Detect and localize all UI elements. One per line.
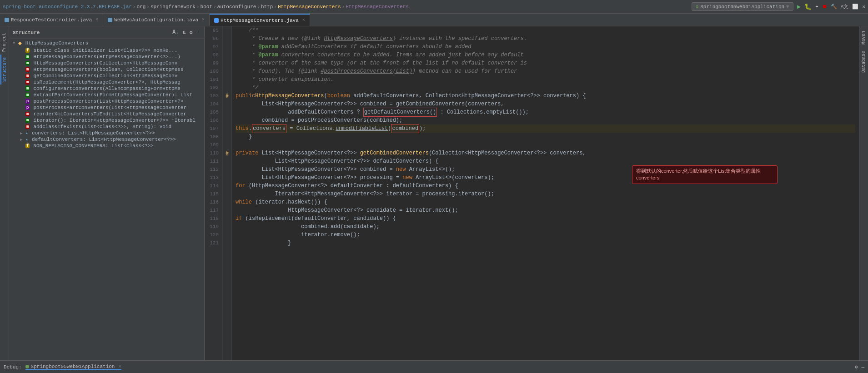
code-line-115: Iterator<HttpMessageConverter<?>> iterat… bbox=[236, 190, 855, 198]
maximize-button[interactable]: ⬜ bbox=[852, 4, 858, 10]
line-number-95: 95 bbox=[206, 26, 219, 35]
code-line-114: for (HttpMessageConverter<?> defaultConv… bbox=[236, 182, 855, 190]
tab-close-httpmessage[interactable]: × bbox=[302, 18, 305, 23]
gutter-marker-103: @ bbox=[226, 94, 228, 99]
code-line-117: HttpMessageConverter<?> candidate = iter… bbox=[236, 206, 855, 214]
bottom-right: ⚙ — bbox=[855, 364, 864, 370]
breadcrumb-sep-1: › bbox=[146, 4, 150, 10]
breadcrumb-autoconfigure[interactable]: autoconfigure bbox=[217, 4, 256, 10]
breadcrumb-class1[interactable]: HttpMessageConverters bbox=[278, 4, 341, 10]
sidebar-tree-item-7[interactable]: mconfigurePartConverters(AllEncompassing… bbox=[9, 85, 204, 92]
tab-responce-controller[interactable]: ResponceTestController.java × bbox=[0, 14, 103, 26]
tab-close-webmvc[interactable]: × bbox=[202, 17, 205, 22]
code-line-109 bbox=[236, 141, 855, 149]
debug-button[interactable]: 🐛 bbox=[804, 3, 812, 10]
sidebar-tree-item-6[interactable]: misReplacement(HttpMessageConverter<?>, … bbox=[9, 79, 204, 85]
sidebar-tree-item-11[interactable]: mreorderXmlConvertersToEnd(List<HttpMess… bbox=[9, 111, 204, 117]
tab-httpmessage[interactable]: HttpMessageConverters.java × bbox=[210, 14, 310, 26]
code-line-95: /** bbox=[236, 26, 855, 35]
bottom-bar: Debug: Springboot05Web01Application × ⚙ … bbox=[0, 360, 868, 373]
run-button[interactable]: ▶ bbox=[797, 3, 801, 10]
line-number-102: 102 bbox=[206, 84, 219, 92]
breadcrumb-org[interactable]: org bbox=[136, 4, 146, 10]
run-config[interactable]: ⚙ Springboot05Web01Application ▼ bbox=[692, 2, 793, 11]
sidebar-tree-item-15[interactable]: ▶▸defaultConverters: List<HttpMessageCon… bbox=[9, 136, 204, 143]
close-button[interactable]: ✕ bbox=[862, 4, 865, 10]
code-editor: 9596979899100101102103104105106107108109… bbox=[205, 26, 859, 360]
breadcrumb-sep-3: › bbox=[213, 4, 216, 10]
bottom-expand[interactable]: — bbox=[861, 364, 864, 370]
line-numbers: 9596979899100101102103104105106107108109… bbox=[205, 26, 223, 360]
sidebar-tool-sort-type[interactable]: ⇅ bbox=[181, 28, 186, 37]
tab-close-responce[interactable]: × bbox=[95, 17, 98, 22]
sidebar-tool-settings[interactable]: ⚙ bbox=[189, 28, 194, 37]
sidebar-tool-minimize[interactable]: — bbox=[196, 28, 201, 37]
line-number-110: 110 bbox=[206, 149, 219, 157]
code-line-110: private List<HttpMessageConverter<?>> ge… bbox=[236, 149, 855, 157]
sidebar-tool-sort-alpha[interactable]: A↓ bbox=[171, 28, 180, 37]
breadcrumb-boot[interactable]: boot bbox=[201, 4, 212, 10]
sidebar-tree: ▼◆HttpMessageConvertersfstatic class ini… bbox=[9, 39, 204, 149]
sidebar-tree-item-3[interactable]: mHttpMessageConverters(Collection<HttpMe… bbox=[9, 60, 204, 66]
coverage-button[interactable]: ☂ bbox=[815, 4, 818, 10]
sidebar-tree-item-13[interactable]: maddClassIfExists(List<Class<?>>, String… bbox=[9, 124, 204, 130]
build-button[interactable]: 🔨 bbox=[831, 4, 837, 10]
sidebar-tree-item-8[interactable]: mextractPartConverters(FormHttpMessageCo… bbox=[9, 92, 204, 98]
line-number-106: 106 bbox=[206, 116, 219, 124]
code-line-121: } bbox=[236, 239, 855, 247]
left-tab-project[interactable]: Project bbox=[1, 30, 8, 55]
run-config-dropdown[interactable]: ▼ bbox=[786, 4, 789, 10]
code-content[interactable]: /** * Create a new {@link HttpMessageCon… bbox=[232, 26, 859, 360]
sidebar-tree-item-9[interactable]: ppostProcessConverters(List<HttpMessageC… bbox=[9, 98, 204, 104]
sidebar-tree-item-10[interactable]: ppostProcessPartConverters(List<HttpMess… bbox=[9, 104, 204, 111]
item-icon-4: m bbox=[25, 67, 30, 72]
code-line-119: combined.add(candidate); bbox=[236, 223, 855, 231]
sidebar-tree-item-4[interactable]: mHttpMessageConverters(boolean, Collecti… bbox=[9, 66, 204, 73]
breadcrumb-jar[interactable]: spring-boot-autoconfigure-2.3.7.RELEASE.… bbox=[3, 4, 132, 10]
expand-icon-14[interactable]: ▶ bbox=[20, 131, 25, 136]
line-number-113: 113 bbox=[206, 174, 219, 182]
tab-webmvc[interactable]: WebMvcAutoConfiguration.java × bbox=[103, 14, 210, 26]
sidebar-tree-item-2[interactable]: mHttpMessageConverters(HttpMessageConver… bbox=[9, 54, 204, 60]
toolbar-right: ⚙ Springboot05Web01Application ▼ ▶ 🐛 ☂ ⏹… bbox=[692, 2, 865, 11]
line-number-100: 100 bbox=[206, 67, 219, 75]
line-number-104: 104 bbox=[206, 100, 219, 108]
code-line-120: iterator.remove(); bbox=[236, 231, 855, 239]
item-label-7: configurePartConverters(AllEncompassingF… bbox=[33, 86, 180, 91]
code-line-111: List<HttpMessageConverter<?>> defaultCon… bbox=[236, 157, 855, 165]
code-line-98: * @param converters converters to be add… bbox=[236, 51, 855, 59]
line-number-96: 96 bbox=[206, 35, 219, 43]
line-number-114: 114 bbox=[206, 182, 219, 190]
line-number-103: 103 bbox=[206, 92, 219, 100]
code-line-108: } bbox=[236, 133, 855, 141]
sidebar-tree-item-0[interactable]: ▼◆HttpMessageConverters bbox=[9, 39, 204, 47]
sidebar-tree-item-1[interactable]: fstatic class initializer List<Class<?>>… bbox=[9, 47, 204, 54]
gutter-97 bbox=[223, 43, 231, 51]
debug-tab-app[interactable]: Springboot05Web01Application × bbox=[25, 364, 121, 370]
debug-app-label: Springboot05Web01Application bbox=[31, 364, 115, 369]
left-tab-structure[interactable]: Structure bbox=[0, 55, 8, 85]
right-tab-maven[interactable]: Maven bbox=[860, 28, 867, 47]
debug-close[interactable]: × bbox=[118, 364, 121, 369]
sidebar-tree-item-14[interactable]: ▶▸converters: List<HttpMessageConverter<… bbox=[9, 130, 204, 136]
breadcrumb: spring-boot-autoconfigure-2.3.7.RELEASE.… bbox=[3, 4, 691, 10]
gutter: @@ bbox=[223, 26, 232, 360]
breadcrumb-sep-2: › bbox=[196, 4, 200, 10]
sidebar-title: Structure bbox=[13, 30, 40, 35]
sidebar-tree-item-12[interactable]: miterator(): Iterator<HttpMessageConvert… bbox=[9, 117, 204, 124]
translate-button[interactable]: A文 bbox=[841, 3, 849, 10]
right-tab-database[interactable]: Database bbox=[860, 48, 867, 75]
item-icon-2: m bbox=[25, 55, 30, 59]
debug-label: Debug: bbox=[4, 364, 22, 370]
item-icon-13: m bbox=[25, 124, 30, 129]
expand-icon-15[interactable]: ▶ bbox=[20, 137, 25, 142]
sidebar-tree-item-16[interactable]: fNON_REPLACING_CONVERTERS: List<Class<?>… bbox=[9, 143, 204, 149]
item-label-14: converters: List<HttpMessageConverter<?>… bbox=[32, 130, 155, 136]
breadcrumb-springframework[interactable]: springframework bbox=[151, 4, 196, 10]
expand-icon-0[interactable]: ▼ bbox=[13, 41, 18, 45]
sidebar-tree-item-5[interactable]: mgetCombinedConverters(Collection<HttpMe… bbox=[9, 73, 204, 79]
stop-button[interactable]: ⏹ bbox=[822, 4, 827, 10]
breadcrumb-http[interactable]: http bbox=[261, 4, 273, 10]
bottom-settings[interactable]: ⚙ bbox=[855, 364, 858, 370]
breadcrumb-class2[interactable]: HttpMessageConverters bbox=[346, 4, 409, 10]
